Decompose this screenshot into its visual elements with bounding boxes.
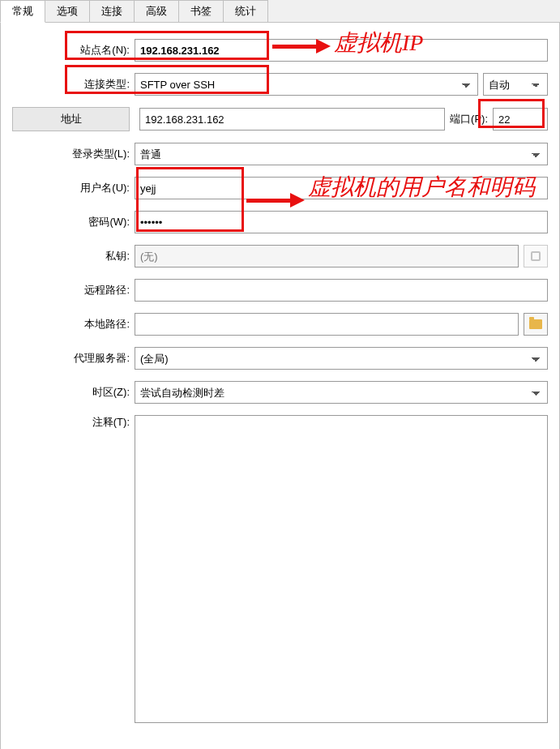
timezone-select[interactable]: 尝试自动检测时差 <box>135 381 548 404</box>
password-input[interactable] <box>135 211 548 233</box>
conn-type-label: 连接类型: <box>12 77 130 92</box>
remote-path-label: 远程路径: <box>12 283 130 297</box>
password-label: 密码(W): <box>12 215 130 229</box>
private-key-browse-button <box>524 245 548 268</box>
private-key-input <box>135 245 519 268</box>
tab-advanced[interactable]: 高级 <box>134 0 179 22</box>
timezone-label: 时区(Z): <box>12 385 130 400</box>
proxy-select[interactable]: (全局) <box>135 347 548 370</box>
address-input[interactable] <box>139 108 445 131</box>
tabs-bar: 常规 选项 连接 高级 书签 统计 <box>0 0 560 23</box>
local-path-input[interactable] <box>135 313 519 336</box>
username-label: 用户名(U): <box>12 181 130 195</box>
username-input[interactable] <box>135 177 548 199</box>
login-type-label: 登录类型(L): <box>12 147 130 161</box>
address-button[interactable]: 地址 <box>12 107 130 131</box>
private-key-label: 私钥: <box>12 249 130 263</box>
tab-options[interactable]: 选项 <box>45 0 90 22</box>
site-name-label: 站点名(N): <box>12 43 130 58</box>
auto-select[interactable]: 自动 <box>483 73 548 96</box>
local-path-browse-button[interactable] <box>524 313 548 336</box>
general-panel: 站点名(N): 连接类型: SFTP over SSH 自动 地址 端口(P):… <box>0 23 560 749</box>
site-name-input[interactable] <box>135 39 548 62</box>
tab-bookmarks[interactable]: 书签 <box>178 0 224 22</box>
notes-label: 注释(T): <box>12 415 130 430</box>
local-path-label: 本地路径: <box>12 317 130 332</box>
notes-textarea[interactable] <box>135 415 548 723</box>
port-input[interactable] <box>493 108 548 131</box>
tab-connect[interactable]: 连接 <box>89 0 135 22</box>
login-type-select[interactable]: 普通 <box>135 143 548 165</box>
tab-general[interactable]: 常规 <box>0 0 45 23</box>
folder-icon <box>529 319 542 329</box>
remote-path-input[interactable] <box>135 279 548 302</box>
conn-type-select[interactable]: SFTP over SSH <box>135 73 478 96</box>
browse-icon <box>531 251 541 261</box>
tab-stats[interactable]: 统计 <box>223 0 268 22</box>
port-label: 端口(P): <box>450 112 488 126</box>
proxy-label: 代理服务器: <box>12 351 130 366</box>
